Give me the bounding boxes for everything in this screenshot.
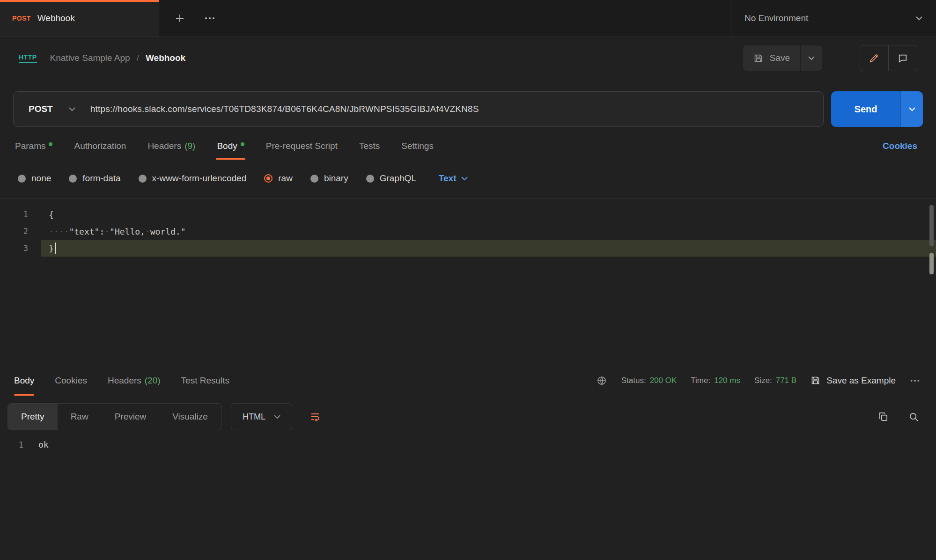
editor-line[interactable]: 1 {: [0, 206, 936, 223]
search-response-button[interactable]: [908, 412, 919, 422]
editor-line[interactable]: 2 ····"text":·"Hello,·world.": [0, 223, 936, 240]
cookies-link[interactable]: Cookies: [883, 141, 917, 160]
line-number: 1: [0, 206, 41, 223]
tab-bar: POST Webhook No Environment: [0, 0, 936, 37]
save-options-button[interactable]: [801, 45, 822, 71]
response-toolbar-right: [878, 412, 919, 422]
comment-button[interactable]: [889, 45, 917, 71]
tab-params[interactable]: Params: [14, 141, 53, 160]
view-mode-pretty[interactable]: Pretty: [8, 404, 58, 430]
radio-label: raw: [278, 173, 293, 184]
tab-tests[interactable]: Tests: [358, 141, 381, 160]
body-type-binary[interactable]: binary: [310, 173, 348, 184]
time-indicator: Time: 120 ms: [691, 376, 740, 385]
body-type-none[interactable]: none: [18, 173, 51, 184]
tab-pre-request-script[interactable]: Pre-request Script: [265, 141, 339, 160]
url-container: POST https://hooks.slack.com/services/T0…: [13, 91, 824, 127]
body-type-raw[interactable]: raw: [264, 173, 293, 184]
request-header: HTTP Knative Sample App / Webhook Save: [0, 37, 936, 79]
breadcrumb-collection[interactable]: Knative Sample App: [50, 53, 130, 63]
plus-icon: [174, 13, 185, 24]
view-mode-raw[interactable]: Raw: [58, 404, 102, 430]
chevron-down-icon: [461, 177, 468, 181]
text-cursor: [55, 243, 56, 254]
response-tab-cookies[interactable]: Cookies: [55, 365, 87, 396]
header-tool-group: [860, 45, 917, 71]
response-options-button[interactable]: [910, 379, 920, 383]
environment-label: No Environment: [744, 13, 808, 23]
status-label: Status:: [621, 376, 646, 385]
response-headers-count: (20): [145, 376, 161, 386]
body-type-row: none form-data x-www-form-urlencoded raw…: [18, 173, 936, 184]
language-label: Text: [439, 173, 457, 184]
request-body-editor[interactable]: 1 { 2 ····"text":·"Hello,·world." 3 }: [0, 198, 936, 365]
body-type-graphql[interactable]: GraphQL: [366, 173, 416, 184]
time-value: 120 ms: [714, 376, 740, 385]
tab-label: Body: [14, 376, 34, 386]
method-selector[interactable]: POST: [14, 104, 90, 114]
status-value: 200 OK: [650, 376, 677, 385]
editor-scrollbar-thumb[interactable]: [929, 205, 934, 246]
send-options-button[interactable]: [900, 91, 923, 127]
save-button-label: Save: [770, 53, 790, 63]
new-tab-button[interactable]: [174, 13, 185, 24]
radio-label: GraphQL: [380, 173, 416, 184]
postman-app: { "tabbar": { "active_tab": { "method": …: [0, 0, 936, 560]
tab-label: Pre-request Script: [266, 141, 338, 151]
radio-icon: [366, 175, 374, 183]
view-mode-group: Pretty Raw Preview Visualize: [7, 403, 221, 430]
view-mode-preview[interactable]: Preview: [102, 404, 160, 430]
floppy-icon: [811, 376, 820, 385]
search-icon: [908, 412, 919, 422]
url-input[interactable]: https://hooks.slack.com/services/T06TD83…: [90, 104, 479, 114]
chevron-down-icon: [274, 415, 280, 419]
tab-options-button[interactable]: [204, 16, 215, 20]
url-row: POST https://hooks.slack.com/services/T0…: [13, 91, 923, 127]
ellipsis-icon: [910, 379, 920, 383]
radio-label: form-data: [82, 173, 120, 184]
tab-label: Cookies: [55, 376, 87, 386]
code-text: ····"text":·"Hello,·world.": [49, 227, 186, 236]
raw-language-selector[interactable]: Text: [439, 173, 468, 184]
globe-icon[interactable]: [596, 375, 607, 386]
line-number: 2: [0, 223, 41, 240]
time-label: Time:: [691, 376, 710, 385]
tab-authorization[interactable]: Authorization: [73, 141, 127, 160]
tabstrip-actions: [159, 0, 230, 37]
send-button[interactable]: Send: [831, 91, 900, 127]
size-label: Size:: [754, 376, 772, 385]
send-button-group: Send: [831, 91, 923, 127]
size-indicator: Size: 771 B: [754, 376, 796, 385]
edit-request-button[interactable]: [860, 45, 888, 71]
view-mode-visualize[interactable]: Visualize: [159, 404, 221, 430]
response-body[interactable]: 1 ok: [0, 440, 936, 449]
floppy-icon: [753, 53, 763, 63]
tab-label: Authorization: [74, 141, 126, 151]
body-type-urlencoded[interactable]: x-www-form-urlencoded: [139, 173, 247, 184]
tab-body[interactable]: Body: [216, 141, 245, 160]
environment-selector[interactable]: No Environment: [731, 0, 936, 37]
breadcrumb-request-name[interactable]: Webhook: [146, 53, 185, 63]
tab-headers[interactable]: Headers (9): [147, 141, 196, 160]
wrap-lines-button[interactable]: [302, 403, 329, 430]
editor-line-active[interactable]: 3 }: [0, 240, 936, 257]
tab-settings[interactable]: Settings: [400, 141, 435, 160]
tab-method-badge: POST: [12, 15, 31, 22]
response-format-selector[interactable]: HTML: [231, 403, 292, 430]
save-button[interactable]: Save: [743, 45, 800, 71]
chevron-down-icon: [915, 16, 923, 21]
chevron-down-icon: [69, 107, 75, 111]
response-tabs: Body Cookies Headers (20) Test Results: [14, 365, 229, 396]
save-as-example-button[interactable]: Save as Example: [811, 376, 896, 386]
copy-icon: [878, 412, 889, 422]
response-tab-body[interactable]: Body: [14, 365, 34, 396]
editor-scrollbar-mark[interactable]: [929, 253, 934, 274]
response-tab-headers[interactable]: Headers (20): [108, 365, 161, 396]
body-type-form-data[interactable]: form-data: [69, 173, 120, 184]
line-number: 3: [0, 240, 41, 257]
response-meta: Status: 200 OK Time: 120 ms Size: 771 B …: [596, 365, 920, 396]
response-tab-test-results[interactable]: Test Results: [181, 365, 229, 396]
request-tab-webhook[interactable]: POST Webhook: [0, 0, 159, 37]
tab-title: Webhook: [37, 13, 75, 23]
copy-response-button[interactable]: [878, 412, 889, 422]
